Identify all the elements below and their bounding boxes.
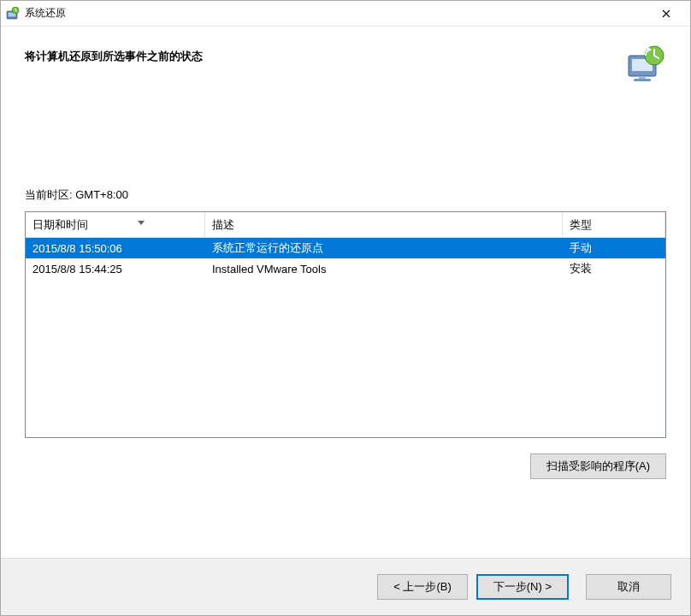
column-header-date-label: 日期和时间 — [32, 217, 88, 233]
scan-row: 扫描受影响的程序(A) — [25, 453, 666, 479]
column-header-type-label: 类型 — [570, 217, 592, 233]
scan-affected-programs-button[interactable]: 扫描受影响的程序(A) — [530, 453, 666, 479]
system-restore-dialog: 系统还原 将计算机还原到所选事件之前的状态 — [0, 0, 691, 616]
timezone-label: 当前时区: GMT+8:00 — [25, 187, 666, 203]
close-icon — [662, 9, 670, 18]
window-title: 系统还原 — [25, 6, 649, 21]
titlebar: 系统还原 — [1, 1, 690, 27]
cell-description: 系统正常运行的还原点 — [205, 240, 563, 256]
svg-marker-9 — [138, 221, 145, 225]
cell-type: 手动 — [563, 240, 665, 256]
dialog-content: 将计算机还原到所选事件之前的状态 当前时区: GMT+8:00 日期和时间 — [1, 27, 690, 558]
dialog-footer: < 上一步(B) 下一步(N) > 取消 — [1, 558, 690, 615]
svg-rect-5 — [639, 76, 646, 79]
column-header-date[interactable]: 日期和时间 — [26, 212, 205, 237]
system-restore-wizard-icon — [625, 44, 666, 85]
back-button[interactable]: < 上一步(B) — [377, 574, 468, 600]
table-row[interactable]: 2015/8/8 15:50:06系统正常运行的还原点手动 — [26, 238, 665, 258]
close-button[interactable] — [649, 2, 683, 26]
cell-date: 2015/8/8 15:44:25 — [26, 263, 205, 275]
cell-type: 安装 — [563, 261, 665, 276]
restore-point-table: 日期和时间 描述 类型 2015/8/8 15:50:06系统正常运行的还原点手… — [25, 211, 666, 438]
column-header-desc-label: 描述 — [212, 217, 234, 233]
next-button[interactable]: 下一步(N) > — [476, 574, 569, 600]
cell-description: Installed VMware Tools — [205, 263, 563, 275]
column-header-description[interactable]: 描述 — [205, 212, 563, 237]
table-body: 2015/8/8 15:50:06系统正常运行的还原点手动2015/8/8 15… — [26, 238, 665, 279]
column-header-type[interactable]: 类型 — [563, 212, 665, 237]
svg-rect-6 — [634, 79, 651, 81]
page-heading: 将计算机还原到所选事件之前的状态 — [25, 44, 625, 64]
cell-date: 2015/8/8 15:50:06 — [26, 242, 205, 255]
table-row[interactable]: 2015/8/8 15:44:25Installed VMware Tools安… — [26, 258, 665, 279]
sort-desc-icon — [138, 216, 145, 228]
system-restore-icon — [6, 7, 20, 21]
header-row: 将计算机还原到所选事件之前的状态 — [25, 44, 666, 85]
cancel-button[interactable]: 取消 — [586, 574, 671, 600]
table-header: 日期和时间 描述 类型 — [26, 212, 665, 238]
